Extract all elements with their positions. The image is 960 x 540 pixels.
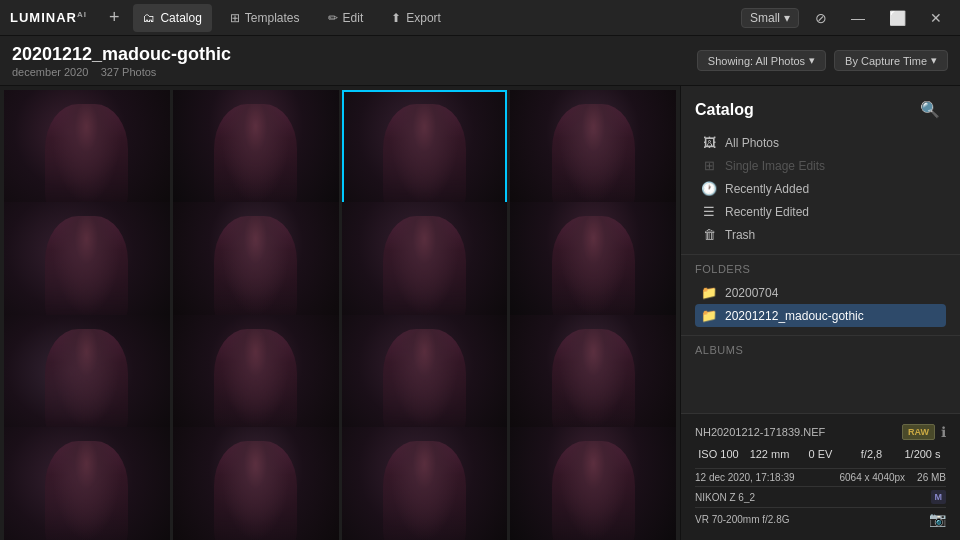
tab-templates[interactable]: ⊞ Templates <box>220 4 310 32</box>
exif-aperture: f/2,8 <box>848 448 895 460</box>
exif-grid: ISO 100 122 mm 0 EV f/2,8 1/200 s <box>695 448 946 460</box>
exif-iso: ISO 100 <box>695 448 742 460</box>
grid-icon: ⊞ <box>701 158 717 173</box>
file-name: NH20201212-171839.NEF <box>695 426 825 438</box>
file-info-section: NH20201212-171839.NEF RAW ℹ ISO 100 122 … <box>681 413 960 540</box>
list-item[interactable] <box>510 427 676 540</box>
main-content: Catalog 🔍 🖼 All Photos ⊞ Single Image Ed… <box>0 86 960 540</box>
exif-shutter: 1/200 s <box>899 448 946 460</box>
edit-icon: ✏ <box>328 11 338 25</box>
catalog-section: Catalog 🔍 🖼 All Photos ⊞ Single Image Ed… <box>681 86 960 255</box>
add-button[interactable]: + <box>103 5 126 30</box>
help-button[interactable]: ⊘ <box>807 8 835 28</box>
close-button[interactable]: ✕ <box>922 8 950 28</box>
albums-label: Albums <box>695 344 946 356</box>
folders-section: Folders 📁 20200704 📁 20201212_madouc-got… <box>681 255 960 336</box>
tab-catalog[interactable]: 🗂 Catalog <box>133 4 211 32</box>
sidebar-item-recently-edited[interactable]: ☰ Recently Edited <box>695 200 946 223</box>
trash-icon: 🗑 <box>701 227 717 242</box>
photo-grid[interactable] <box>0 86 680 540</box>
showing-filter-button[interactable]: Showing: All Photos ▾ <box>697 50 826 71</box>
header: 20201212_madouc-gothic december 2020 327… <box>0 36 960 86</box>
sidebar-item-trash[interactable]: 🗑 Trash <box>695 223 946 246</box>
folders-label: Folders <box>695 263 946 275</box>
album-subtitle: december 2020 327 Photos <box>12 66 697 78</box>
file-date: 12 dec 2020, 17:18:39 <box>695 472 795 483</box>
mode-badge: M <box>931 490 947 504</box>
templates-icon: ⊞ <box>230 11 240 25</box>
list-icon: ☰ <box>701 204 717 219</box>
tab-export[interactable]: ⬆ Export <box>381 4 451 32</box>
photos-icon: 🖼 <box>701 135 717 150</box>
clock-icon: 🕐 <box>701 181 717 196</box>
chevron-down-icon: ▾ <box>931 54 937 67</box>
sidebar-item-all-photos[interactable]: 🖼 All Photos <box>695 131 946 154</box>
tab-edit[interactable]: ✏ Edit <box>318 4 374 32</box>
size-selector[interactable]: Small ▾ <box>741 8 799 28</box>
sidebar-item-recently-added[interactable]: 🕐 Recently Added <box>695 177 946 200</box>
camera-settings-button[interactable]: 📷 <box>929 511 946 527</box>
minimize-button[interactable]: — <box>843 8 873 28</box>
camera-model: NIKON Z 6_2 <box>695 492 755 503</box>
file-size: 26 MB <box>917 472 946 483</box>
sidebar-item-single-image-edits: ⊞ Single Image Edits <box>695 154 946 177</box>
album-title: 20201212_madouc-gothic <box>12 44 697 65</box>
maximize-button[interactable]: ⬜ <box>881 8 914 28</box>
catalog-header: Catalog 🔍 <box>695 98 946 121</box>
list-item[interactable] <box>173 427 339 540</box>
albums-section: Albums <box>681 336 960 413</box>
topbar: LUMINARAI + 🗂 Catalog ⊞ Templates ✏ Edit… <box>0 0 960 36</box>
lens-model: VR 70-200mm f/2.8G <box>695 514 789 525</box>
filter-controls: Showing: All Photos ▾ By Capture Time ▾ <box>697 50 948 71</box>
catalog-icon: 🗂 <box>143 11 155 25</box>
camera-row: NIKON Z 6_2 M <box>695 486 946 507</box>
title-block: 20201212_madouc-gothic december 2020 327… <box>12 44 697 78</box>
folder-item-2[interactable]: 📁 20201212_madouc-gothic <box>695 304 946 327</box>
file-details-row: 12 dec 2020, 17:18:39 6064 x 4040px 26 M… <box>695 468 946 486</box>
raw-badge: RAW <box>902 424 935 440</box>
exif-ev: 0 EV <box>797 448 844 460</box>
list-item[interactable] <box>4 427 170 540</box>
export-icon: ⬆ <box>391 11 401 25</box>
catalog-title: Catalog <box>695 101 754 119</box>
catalog-items-list: 🖼 All Photos ⊞ Single Image Edits 🕐 Rece… <box>695 131 946 246</box>
exif-focal: 122 mm <box>746 448 793 460</box>
file-info-button[interactable]: ℹ <box>941 424 946 440</box>
list-item[interactable] <box>342 427 508 540</box>
app-logo: LUMINARAI <box>10 10 87 25</box>
chevron-down-icon: ▾ <box>809 54 815 67</box>
lens-row: VR 70-200mm f/2.8G 📷 <box>695 507 946 530</box>
file-dimensions: 6064 x 4040px <box>839 472 905 483</box>
folder-icon: 📁 <box>701 308 717 323</box>
chevron-down-icon: ▾ <box>784 11 790 25</box>
file-header: NH20201212-171839.NEF RAW ℹ <box>695 424 946 440</box>
catalog-search-button[interactable]: 🔍 <box>914 98 946 121</box>
folder-item-1[interactable]: 📁 20200704 <box>695 281 946 304</box>
capture-time-filter-button[interactable]: By Capture Time ▾ <box>834 50 948 71</box>
right-panel: Catalog 🔍 🖼 All Photos ⊞ Single Image Ed… <box>680 86 960 540</box>
folder-icon: 📁 <box>701 285 717 300</box>
